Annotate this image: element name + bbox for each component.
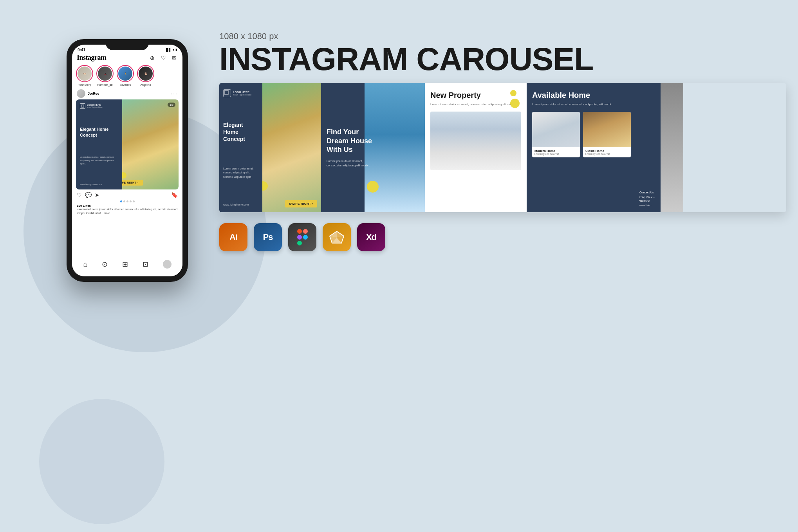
home-card-info: Modern Home Lorem ipsum dolor sit — [532, 147, 580, 157]
slide-3-dots — [510, 90, 520, 108]
signal-icon: ▐▌▌ — [165, 48, 172, 52]
xd-label: Xd — [366, 232, 376, 242]
illustrator-icon[interactable]: Ai — [219, 223, 247, 251]
dot — [126, 200, 128, 202]
slide-logo-text: LOGO HERE — [233, 91, 251, 94]
nav-search-icon[interactable]: ⊙ — [102, 260, 108, 269]
slide-1-title: Elegant Home Concept — [223, 121, 258, 143]
phone-screen: 9:41 ▐▌▌ ▾ ▮ Instagram ⊕ ♡ ✉ — [72, 45, 182, 276]
slide-1-website: www.livinghome.com — [223, 203, 258, 206]
main-title: INSTAGRAM CAROUSEL — [219, 43, 786, 75]
story-avatar-inner: 🧍 — [118, 67, 132, 81]
post-header: JoiRee ··· — [72, 88, 182, 99]
sketch-icon[interactable] — [323, 223, 351, 251]
sketch-logo-svg — [329, 231, 345, 244]
heart-icon[interactable]: ♡ — [160, 54, 167, 61]
post-card: LOGO HERE Your Tagline Here Elegant Home… — [76, 99, 179, 189]
dot — [130, 200, 132, 202]
story-name: travellers — [120, 83, 131, 86]
svg-rect-1 — [224, 90, 228, 94]
stories-row: 🐶 Your Story 🎩 Hamilton_db 🧍 travellers — [72, 63, 182, 88]
nav-reels-icon[interactable]: ⊞ — [122, 260, 128, 269]
home-card-name: Clasic Home — [585, 149, 628, 153]
slide-5-phone: (+62) 001 2... — [639, 195, 659, 198]
slide-5-dark-panel: Contact Us (+62) 001 2... Website www.li… — [636, 83, 662, 212]
like-icon[interactable]: ♡ — [77, 192, 82, 198]
post-caption: username Lorem ipsum dolor sit amet, con… — [72, 207, 182, 215]
post-left-panel: LOGO HERE Your Tagline Here Elegant Home… — [76, 99, 122, 189]
battery-icon: ▮ — [175, 48, 177, 52]
phone-mockup-section: 9:41 ▐▌▌ ▾ ▮ Instagram ⊕ ♡ ✉ — [39, 39, 215, 282]
home-card-desc: Lorem ipsum dolor sit — [585, 153, 628, 155]
nav-home-icon[interactable]: ⌂ — [83, 260, 87, 269]
photoshop-icon[interactable]: Ps — [254, 223, 282, 251]
messenger-icon[interactable]: ✉ — [171, 54, 178, 61]
story-name: Hamilton_db — [97, 83, 112, 86]
figma-icon[interactable] — [288, 223, 316, 251]
dot — [133, 200, 135, 202]
header-area: 1080 x 1080 px INSTAGRAM CAROUSEL — [219, 31, 786, 75]
dot — [123, 200, 125, 202]
svg-rect-0 — [81, 105, 84, 107]
carousel-slide-3: New Property Lorem ipsum dolor sit amet,… — [425, 83, 527, 212]
caption-text: Lorem ipsum dolor sit amet, consectetur … — [77, 208, 177, 215]
slide-4-title: Available Home — [532, 91, 631, 100]
slide-logo-sub: Your Tagline Here — [233, 94, 251, 96]
nav-shop-icon[interactable]: ⊡ — [143, 260, 148, 269]
add-icon[interactable]: ⊕ — [149, 54, 156, 61]
post-options[interactable]: ··· — [171, 90, 178, 97]
story-item[interactable]: 🧍 travellers — [117, 65, 134, 86]
story-item[interactable]: 🐕 Angelino — [137, 65, 154, 86]
home-card-name: Modern Home — [534, 149, 578, 153]
instagram-header: Instagram ⊕ ♡ ✉ — [72, 52, 182, 63]
post-logo-area: LOGO HERE Your Tagline Here — [80, 103, 118, 109]
slide-3-desc: Lorem ipsum dolor sit amet, consec tetur… — [430, 102, 521, 107]
story-name: Your Story — [78, 83, 91, 86]
slide-logo-icon — [223, 89, 231, 97]
figma-circles — [297, 229, 308, 245]
story-avatar: 🎩 — [96, 65, 114, 82]
slide-3-interior — [430, 112, 521, 170]
slide-5-website-val: www.livin... — [639, 204, 659, 207]
carousel-dots — [72, 199, 182, 204]
carousel-slide-1: LOGO HERE Your Tagline Here Elegant Home… — [219, 83, 321, 212]
share-icon[interactable]: ➤ — [95, 192, 99, 198]
story-name: Angelino — [140, 83, 151, 86]
post-user: JoiRee — [77, 89, 99, 98]
figma-dot-purple — [297, 235, 302, 240]
post-username: JoiRee — [88, 92, 99, 96]
bookmark-icon[interactable]: 🔖 — [171, 192, 178, 198]
post-action-left: ♡ 💬 ➤ — [77, 192, 99, 198]
slide-3-title: New Property — [430, 91, 521, 100]
home-card-classic: Clasic Home Lorem ipsum dolor sit — [583, 112, 631, 157]
story-avatar-inner: 🐶 — [78, 67, 92, 81]
status-time: 9:41 — [78, 48, 85, 52]
slide-2-desc: Lorem ipsum dolor sit amet, consectetur … — [327, 159, 374, 168]
home-card-image-classic — [583, 112, 631, 147]
slide-4-homes: Modern Home Lorem ipsum dolor sit Clasic… — [532, 112, 631, 157]
post-title: Elegant Home Concept — [80, 126, 118, 138]
comment-icon[interactable]: 💬 — [85, 192, 92, 198]
bottom-nav: ⌂ ⊙ ⊞ ⊡ — [72, 255, 182, 276]
story-avatar: 🐕 — [137, 65, 154, 82]
dot-active — [120, 200, 122, 202]
story-avatar-inner: 🐕 — [139, 67, 153, 81]
story-item[interactable]: 🎩 Hamilton_db — [96, 65, 114, 86]
carousel-slide-5: Contact Us (+62) 001 2... Website www.li… — [636, 83, 683, 212]
story-item[interactable]: 🐶 Your Story — [76, 65, 93, 86]
home-card-info: Clasic Home Lorem ipsum dolor sit — [583, 147, 631, 157]
post-counter: 1/5 — [168, 103, 175, 107]
bg-decoration-circle-small — [39, 399, 164, 524]
instagram-logo: Instagram — [77, 54, 107, 62]
nav-profile-icon[interactable] — [163, 260, 172, 269]
post-right-panel: 1/5 — [122, 99, 179, 189]
slide-1-swipe-button[interactable]: SWIPE RIGHT › — [285, 200, 317, 207]
post-logo-icon — [80, 103, 85, 109]
status-icons: ▐▌▌ ▾ ▮ — [165, 48, 177, 52]
story-avatar: 🧍 — [117, 65, 134, 82]
post-house-image — [122, 99, 179, 189]
xd-icon[interactable]: Xd — [357, 223, 385, 251]
app-icons-row: Ai Ps Xd — [219, 223, 786, 251]
post-avatar — [77, 89, 85, 98]
right-section: 1080 x 1080 px INSTAGRAM CAROUSEL LOGO H… — [219, 31, 786, 251]
